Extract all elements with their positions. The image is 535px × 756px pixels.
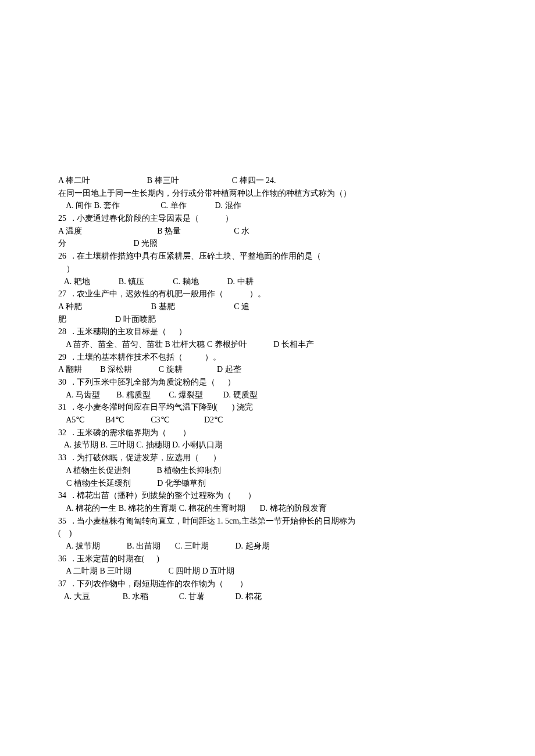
text-line: ( ) [58, 527, 477, 540]
text-line: A 温度 B 热量 C 水 [58, 225, 477, 238]
text-line: 27 . 农业生产中，迟效性的有机肥一般用作（ ）。 [58, 288, 477, 300]
text-line: 在同一田地上于同一生长期内，分行或分带种植两种以上作物的种植方式称为（） [58, 187, 477, 200]
text-line: 36 . 玉米定苗的时期在( ) [58, 553, 477, 565]
text-line: A 种肥 B 基肥 C 追 [58, 300, 477, 313]
text-line: A 翻耕 B 深松耕 C 旋耕 D 起垄 [58, 363, 477, 376]
text-line: 肥 D 叶面喷肥 [58, 313, 477, 326]
text-line: 37 . 下列农作物中，耐短期连作的农作物为（ ） [58, 578, 477, 590]
text-line: 26 . 在土壤耕作措施中具有压紧耕层、压碎土块、平整地面的作用的是（ [58, 250, 477, 263]
text-line: A. 大豆 B. 水稻 C. 甘薯 D. 棉花 [58, 590, 477, 603]
document-page: A 棒二叶 B 棒三叶 C 棒四一 24.在同一田地上于同一生长期内，分行或分带… [0, 0, 535, 756]
question-list: A 棒二叶 B 棒三叶 C 棒四一 24.在同一田地上于同一生长期内，分行或分带… [58, 174, 477, 603]
text-line: 35 . 当小麦植株有匍匐转向直立，叶间距达 1. 5cm,主茎第一节开始伸长的… [58, 515, 477, 528]
text-line: A. 间作 B. 套作 C. 单作 D. 混作 [58, 199, 477, 212]
text-line: A. 拔节期 B. 三叶期 C. 抽穗期 D. 小喇叭口期 [58, 439, 477, 452]
text-line: ） [58, 263, 477, 275]
text-line: 28 . 玉米穗期的主攻目标是（ ） [58, 325, 477, 338]
text-line: A. 马齿型 B. 糯质型 C. 爆裂型 D. 硬质型 [58, 389, 477, 402]
text-line: A 植物生长促进剂 B 植物生长抑制剂 [58, 464, 477, 477]
text-line: A. 耙地 B. 镇压 C. 耥地 D. 中耕 [58, 275, 477, 288]
text-line: C 植物生长延缓剂 D 化学锄草剂 [58, 477, 477, 490]
text-line: 34 . 棉花出苗（播种）到拔柴的整个过程称为（ ） [58, 489, 477, 502]
text-line: A. 棉花的一生 B. 棉花的生育期 C. 棉花的生育时期 D. 棉花的阶段发育 [58, 502, 477, 515]
text-line: A. 拔节期 B. 出苗期 C. 三叶期 D. 起身期 [58, 540, 477, 553]
text-line: A 苗齐、苗全、苗匀、苗壮 B 壮杆大穗 C 养根护叶 D 长相丰产 [58, 338, 477, 351]
text-line: 29 . 土壤的基本耕作技术不包括（ ）。 [58, 351, 477, 364]
text-line: A 棒二叶 B 棒三叶 C 棒四一 24. [58, 174, 477, 187]
text-line: 32 . 玉米磷的需求临界期为（ ） [58, 427, 477, 439]
text-line: 33 . 为打破休眠，促进发芽，应选用（ ） [58, 452, 477, 464]
text-line: 25 . 小麦通过春化阶段的主导因素是（ ） [58, 212, 477, 225]
text-line: 30 . 下列玉米中胚乳全部为角质淀粉的是（ ） [58, 376, 477, 389]
text-line: A5℃ B4℃ C3℃ D2℃ [58, 414, 477, 427]
text-line: A 二叶期 B 三叶期 C 四叶期 D 五叶期 [58, 565, 477, 578]
text-line: 31 . 冬小麦冬灌时间应在日平均气温下降到( ) 浇完 [58, 401, 477, 414]
text-line: 分 D 光照 [58, 237, 477, 250]
